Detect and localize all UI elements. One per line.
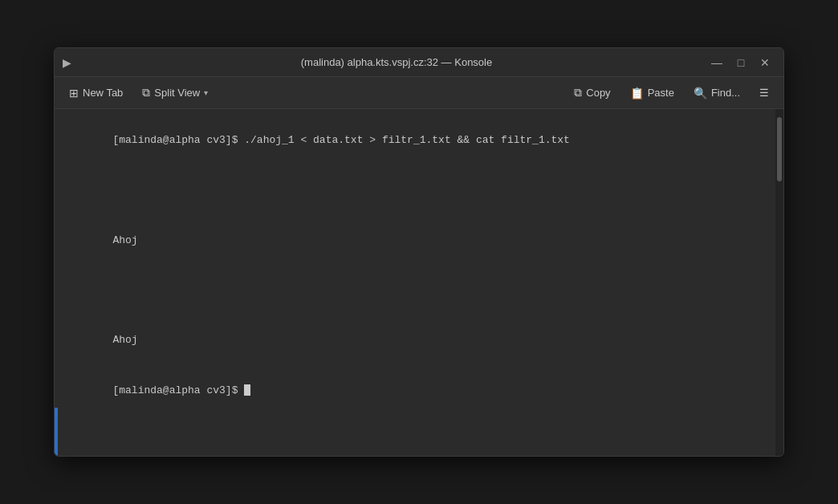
paste-button[interactable]: 📋 Paste — [622, 81, 682, 105]
new-tab-button[interactable]: ⊞ New Tab — [61, 81, 131, 105]
terminal-area[interactable]: [malinda@alpha cv3]$ ./ahoj_1 < data.txt… — [55, 109, 775, 456]
scrollbar-thumb[interactable] — [777, 117, 782, 181]
find-button[interactable]: 🔍 Find... — [685, 81, 748, 105]
split-view-button[interactable]: ⧉ Split View ▾ — [134, 81, 216, 105]
find-label: Find... — [711, 87, 740, 99]
title-bar-left: ▶ — [63, 56, 87, 69]
terminal-prompt: [malinda@alpha cv3]$ — [112, 384, 244, 396]
terminal-output: [malinda@alpha cv3]$ ./ahoj_1 < data.txt… — [63, 116, 767, 416]
left-accent-bar — [55, 408, 58, 456]
main-content: [malinda@alpha cv3]$ ./ahoj_1 < data.txt… — [55, 109, 783, 456]
window-title: (malinda) alpha.kts.vspj.cz:32 — Konsole — [87, 56, 706, 68]
title-bar-controls: — □ ✕ — [706, 54, 775, 71]
terminal-cursor — [244, 384, 250, 396]
toolbar: ⊞ New Tab ⧉ Split View ▾ ⧉ Copy 📋 Paste … — [55, 77, 783, 109]
terminal-line-5: Ahoj — [112, 334, 137, 346]
title-bar: ▶ (malinda) alpha.kts.vspj.cz:32 — Konso… — [55, 48, 783, 77]
konsole-window: ▶ (malinda) alpha.kts.vspj.cz:32 — Konso… — [54, 47, 784, 457]
new-tab-icon: ⊞ — [69, 87, 79, 100]
toolbar-right: ⧉ Copy 📋 Paste 🔍 Find... ☰ — [566, 81, 777, 105]
copy-label: Copy — [586, 87, 610, 99]
find-icon: 🔍 — [694, 87, 707, 100]
copy-button[interactable]: ⧉ Copy — [566, 81, 618, 105]
copy-icon: ⧉ — [574, 86, 582, 100]
terminal-line-1: [malinda@alpha cv3]$ ./ahoj_1 < data.txt… — [112, 134, 570, 146]
terminal-line-3: Ahoj — [112, 234, 137, 246]
close-button[interactable]: ✕ — [755, 54, 775, 71]
menu-button[interactable]: ☰ — [751, 81, 777, 105]
paste-label: Paste — [648, 87, 674, 99]
scrollbar-track[interactable] — [775, 109, 783, 456]
minimize-button[interactable]: — — [706, 54, 727, 71]
new-tab-label: New Tab — [83, 87, 123, 99]
split-view-label: Split View — [154, 87, 200, 99]
menu-icon: ☰ — [759, 87, 769, 99]
paste-icon: 📋 — [630, 87, 644, 100]
maximize-button[interactable]: □ — [730, 54, 751, 71]
chevron-down-icon: ▾ — [204, 88, 208, 97]
split-view-icon: ⧉ — [142, 86, 150, 100]
terminal-icon: ▶ — [63, 56, 71, 69]
